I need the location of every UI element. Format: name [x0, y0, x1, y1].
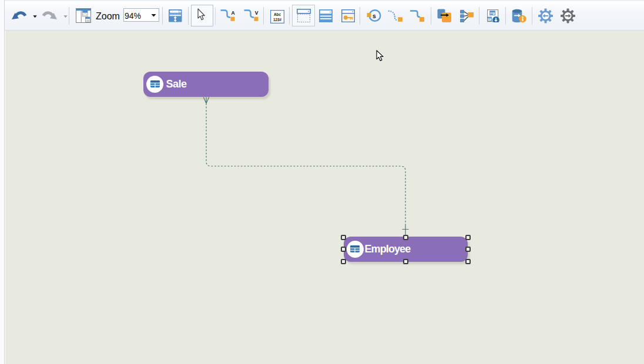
svg-text:Abc: Abc [273, 12, 281, 16]
svg-text:123#: 123# [273, 18, 281, 22]
svg-text:V: V [255, 10, 259, 16]
svg-text:A: A [231, 10, 234, 16]
svg-text:s: s [373, 12, 376, 19]
